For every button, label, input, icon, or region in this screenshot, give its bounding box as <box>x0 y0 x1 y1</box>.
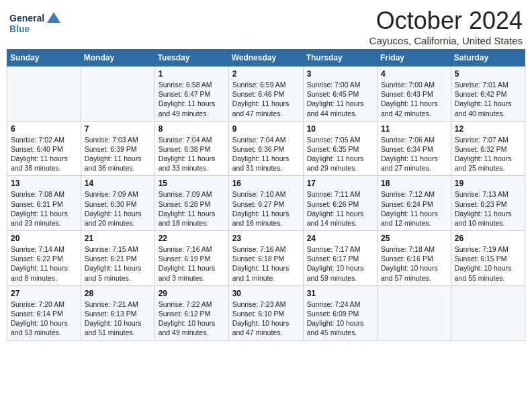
calendar-day-cell: 25Sunrise: 7:18 AM Sunset: 6:16 PM Dayli… <box>378 231 451 286</box>
day-number: 28 <box>85 289 151 298</box>
logo-svg: General Blue <box>9 9 63 39</box>
calendar-day-cell: 18Sunrise: 7:12 AM Sunset: 6:24 PM Dayli… <box>378 176 451 231</box>
day-info: Sunrise: 7:12 AM Sunset: 6:24 PM Dayligh… <box>381 189 447 228</box>
day-info: Sunrise: 7:04 AM Sunset: 6:36 PM Dayligh… <box>232 135 300 173</box>
calendar-day-cell: 1Sunrise: 6:58 AM Sunset: 6:47 PM Daylig… <box>154 66 228 122</box>
page-header: General Blue October 2024 Cayucos, Calif… <box>7 7 525 46</box>
day-number: 1 <box>159 69 225 79</box>
calendar-header-cell: Friday <box>378 50 451 66</box>
day-number: 16 <box>232 179 300 188</box>
logo: General Blue <box>9 9 63 39</box>
calendar-day-cell: 17Sunrise: 7:11 AM Sunset: 6:26 PM Dayli… <box>303 176 377 231</box>
calendar-day-cell: 6Sunrise: 7:02 AM Sunset: 6:40 PM Daylig… <box>7 121 81 176</box>
calendar-table: SundayMondayTuesdayWednesdayThursdayFrid… <box>7 49 525 340</box>
calendar-header-cell: Saturday <box>451 50 525 66</box>
day-number: 12 <box>455 124 521 134</box>
day-info: Sunrise: 7:07 AM Sunset: 6:32 PM Dayligh… <box>455 135 521 173</box>
calendar-day-cell: 16Sunrise: 7:10 AM Sunset: 6:27 PM Dayli… <box>228 176 303 231</box>
calendar-day-cell: 26Sunrise: 7:19 AM Sunset: 6:15 PM Dayli… <box>451 231 525 286</box>
day-number: 25 <box>381 234 447 243</box>
calendar-day-cell: 2Sunrise: 6:59 AM Sunset: 6:46 PM Daylig… <box>228 66 303 122</box>
svg-text:General: General <box>9 13 44 24</box>
day-info: Sunrise: 7:08 AM Sunset: 6:31 PM Dayligh… <box>11 189 77 228</box>
title-block: October 2024 Cayucos, California, United… <box>369 7 523 46</box>
calendar-week-row: 27Sunrise: 7:20 AM Sunset: 6:14 PM Dayli… <box>7 285 525 340</box>
day-number: 8 <box>159 124 225 134</box>
calendar-header-cell: Tuesday <box>154 50 228 66</box>
calendar-header-cell: Thursday <box>303 50 377 66</box>
calendar-day-cell: 5Sunrise: 7:01 AM Sunset: 6:42 PM Daylig… <box>451 66 525 122</box>
calendar-day-cell: 27Sunrise: 7:20 AM Sunset: 6:14 PM Dayli… <box>7 285 81 340</box>
day-number: 4 <box>381 69 447 79</box>
calendar-day-cell: 4Sunrise: 7:00 AM Sunset: 6:43 PM Daylig… <box>378 66 451 122</box>
day-info: Sunrise: 7:09 AM Sunset: 6:28 PM Dayligh… <box>159 189 225 228</box>
day-info: Sunrise: 7:18 AM Sunset: 6:16 PM Dayligh… <box>381 244 447 283</box>
day-info: Sunrise: 7:03 AM Sunset: 6:39 PM Dayligh… <box>85 135 151 173</box>
day-info: Sunrise: 7:24 AM Sunset: 6:09 PM Dayligh… <box>307 300 373 338</box>
day-number: 3 <box>307 69 373 79</box>
calendar-day-cell: 30Sunrise: 7:23 AM Sunset: 6:10 PM Dayli… <box>228 285 303 340</box>
calendar-day-cell: 10Sunrise: 7:05 AM Sunset: 6:35 PM Dayli… <box>303 121 377 176</box>
calendar-header-row: SundayMondayTuesdayWednesdayThursdayFrid… <box>7 50 525 66</box>
calendar-week-row: 20Sunrise: 7:14 AM Sunset: 6:22 PM Dayli… <box>7 231 525 286</box>
calendar-day-cell: 12Sunrise: 7:07 AM Sunset: 6:32 PM Dayli… <box>451 121 525 176</box>
day-number: 7 <box>85 124 151 134</box>
day-number: 19 <box>455 179 521 188</box>
day-info: Sunrise: 7:10 AM Sunset: 6:27 PM Dayligh… <box>232 189 300 228</box>
day-info: Sunrise: 6:59 AM Sunset: 6:46 PM Dayligh… <box>232 80 300 118</box>
calendar-day-cell: 23Sunrise: 7:16 AM Sunset: 6:18 PM Dayli… <box>228 231 303 286</box>
calendar-day-cell: 15Sunrise: 7:09 AM Sunset: 6:28 PM Dayli… <box>154 176 228 231</box>
calendar-week-row: 6Sunrise: 7:02 AM Sunset: 6:40 PM Daylig… <box>7 121 525 176</box>
calendar-week-row: 13Sunrise: 7:08 AM Sunset: 6:31 PM Dayli… <box>7 176 525 231</box>
day-info: Sunrise: 7:00 AM Sunset: 6:43 PM Dayligh… <box>381 80 447 118</box>
day-info: Sunrise: 7:22 AM Sunset: 6:12 PM Dayligh… <box>159 300 225 338</box>
day-number: 21 <box>85 234 151 243</box>
day-info: Sunrise: 7:09 AM Sunset: 6:30 PM Dayligh… <box>85 189 151 228</box>
day-info: Sunrise: 7:15 AM Sunset: 6:21 PM Dayligh… <box>85 244 151 283</box>
day-info: Sunrise: 7:00 AM Sunset: 6:45 PM Dayligh… <box>307 80 373 118</box>
calendar-day-cell: 21Sunrise: 7:15 AM Sunset: 6:21 PM Dayli… <box>81 231 154 286</box>
calendar-day-cell: 9Sunrise: 7:04 AM Sunset: 6:36 PM Daylig… <box>228 121 303 176</box>
day-info: Sunrise: 7:06 AM Sunset: 6:34 PM Dayligh… <box>381 135 447 173</box>
calendar-day-cell: 29Sunrise: 7:22 AM Sunset: 6:12 PM Dayli… <box>154 285 228 340</box>
day-number: 29 <box>159 289 225 298</box>
calendar-day-cell: 22Sunrise: 7:16 AM Sunset: 6:19 PM Dayli… <box>154 231 228 286</box>
calendar-body: 1Sunrise: 6:58 AM Sunset: 6:47 PM Daylig… <box>7 66 525 340</box>
day-info: Sunrise: 7:01 AM Sunset: 6:42 PM Dayligh… <box>455 80 521 118</box>
calendar-week-row: 1Sunrise: 6:58 AM Sunset: 6:47 PM Daylig… <box>7 66 525 122</box>
day-number: 14 <box>85 179 151 188</box>
calendar-day-cell: 11Sunrise: 7:06 AM Sunset: 6:34 PM Dayli… <box>378 121 451 176</box>
calendar-day-cell: 3Sunrise: 7:00 AM Sunset: 6:45 PM Daylig… <box>303 66 377 122</box>
calendar-day-cell <box>451 285 525 340</box>
day-number: 31 <box>307 289 373 298</box>
day-info: Sunrise: 7:05 AM Sunset: 6:35 PM Dayligh… <box>307 135 373 173</box>
calendar-day-cell: 19Sunrise: 7:13 AM Sunset: 6:23 PM Dayli… <box>451 176 525 231</box>
day-number: 30 <box>232 289 300 298</box>
calendar-day-cell: 7Sunrise: 7:03 AM Sunset: 6:39 PM Daylig… <box>81 121 154 176</box>
calendar-header-cell: Sunday <box>7 50 81 66</box>
svg-text:Blue: Blue <box>9 24 30 34</box>
day-number: 22 <box>159 234 225 243</box>
calendar-day-cell: 8Sunrise: 7:04 AM Sunset: 6:38 PM Daylig… <box>154 121 228 176</box>
day-number: 18 <box>381 179 447 188</box>
calendar-day-cell <box>81 66 154 122</box>
day-info: Sunrise: 7:21 AM Sunset: 6:13 PM Dayligh… <box>85 300 151 338</box>
day-info: Sunrise: 7:13 AM Sunset: 6:23 PM Dayligh… <box>455 189 521 228</box>
day-info: Sunrise: 7:04 AM Sunset: 6:38 PM Dayligh… <box>159 135 225 173</box>
calendar-day-cell: 13Sunrise: 7:08 AM Sunset: 6:31 PM Dayli… <box>7 176 81 231</box>
day-number: 11 <box>381 124 447 134</box>
day-info: Sunrise: 7:20 AM Sunset: 6:14 PM Dayligh… <box>11 300 77 338</box>
day-number: 6 <box>11 124 77 134</box>
day-number: 20 <box>11 234 77 243</box>
day-info: Sunrise: 6:58 AM Sunset: 6:47 PM Dayligh… <box>159 80 225 118</box>
day-number: 23 <box>232 234 300 243</box>
day-info: Sunrise: 7:02 AM Sunset: 6:40 PM Dayligh… <box>11 135 77 173</box>
day-info: Sunrise: 7:17 AM Sunset: 6:17 PM Dayligh… <box>307 244 373 283</box>
day-number: 26 <box>455 234 521 243</box>
day-number: 10 <box>307 124 373 134</box>
calendar-day-cell <box>7 66 81 122</box>
calendar-day-cell: 28Sunrise: 7:21 AM Sunset: 6:13 PM Dayli… <box>81 285 154 340</box>
day-number: 24 <box>307 234 373 243</box>
calendar-day-cell: 20Sunrise: 7:14 AM Sunset: 6:22 PM Dayli… <box>7 231 81 286</box>
day-info: Sunrise: 7:19 AM Sunset: 6:15 PM Dayligh… <box>455 244 521 283</box>
